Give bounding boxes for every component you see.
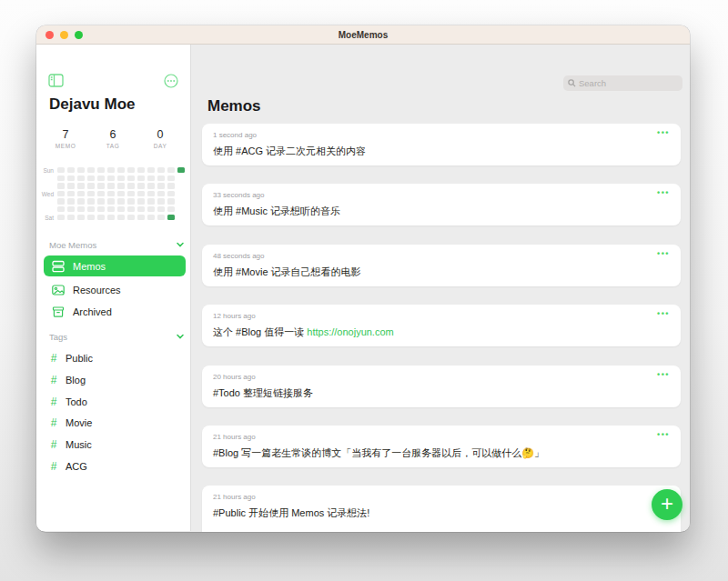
heatmap-cell (167, 175, 175, 181)
archived-icon (51, 305, 66, 319)
heatmap-cell (57, 167, 65, 173)
heatmap-cell (97, 198, 105, 204)
zoom-window-button[interactable] (75, 31, 83, 39)
memo-more-icon[interactable]: ••• (657, 430, 670, 439)
tag-label: Public (66, 353, 93, 364)
memo-text: 使用 #Music 记录想听的音乐 (213, 205, 670, 218)
memo-card[interactable]: 21 hours ago #Public 开始使用 Memos 记录想法! ••… (202, 486, 681, 532)
heatmap-cell (127, 206, 135, 212)
heatmap-cell (97, 167, 105, 173)
memo-card[interactable]: 1 second ago 使用 #ACG 记录二次元相关的内容 ••• (202, 124, 681, 165)
heatmap-cell (107, 191, 115, 196)
more-options-icon[interactable] (164, 74, 178, 92)
close-window-button[interactable] (46, 31, 54, 39)
heatmap-cell (87, 183, 95, 188)
memo-link[interactable]: https://onojyun.com (307, 326, 393, 337)
heatmap-cell (57, 191, 65, 196)
heatmap-cell (137, 183, 145, 188)
memo-more-icon[interactable]: ••• (657, 128, 670, 137)
memo-card[interactable]: 21 hours ago #Blog 写一篇老生常谈的博文「当我有了一台服务器以… (202, 426, 681, 467)
memo-more-icon[interactable]: ••• (657, 249, 670, 258)
memo-card[interactable]: 33 seconds ago 使用 #Music 记录想听的音乐 ••• (202, 184, 681, 225)
memo-card[interactable]: 12 hours ago 这个 #Blog 值得一读 https://onojy… (202, 305, 681, 346)
heatmap-cell (147, 206, 155, 212)
heatmap-cell (127, 215, 135, 220)
stat-value: 6 (93, 128, 133, 141)
heatmap-cell (97, 215, 105, 220)
window-title: MoeMemos (339, 30, 388, 40)
chevron-down-icon[interactable] (176, 332, 185, 341)
hash-icon: # (47, 416, 60, 429)
heatmap-cell (107, 183, 115, 188)
heatmap-cell (77, 191, 85, 196)
heatmap-cell (137, 206, 145, 212)
heatmap-cell (127, 191, 135, 196)
heatmap-cell (117, 215, 125, 220)
hash-icon: # (47, 352, 60, 365)
heatmap-cell (157, 215, 165, 220)
heatmap-cell (117, 167, 125, 173)
heatmap-cell (147, 167, 155, 173)
memo-text: 使用 #Movie 记录自己想看的电影 (213, 265, 670, 279)
heatmap-cell (107, 175, 115, 181)
sidebar-tag-public[interactable]: # Public (44, 349, 186, 367)
heatmap-cell (157, 191, 165, 196)
memo-text: 使用 #ACG 记录二次元相关的内容 (213, 145, 670, 158)
tag-label: Music (66, 439, 92, 450)
tag-label: ACG (66, 461, 87, 472)
search-icon (568, 79, 576, 87)
heatmap-day-label: Sun (37, 167, 54, 174)
minimize-window-button[interactable] (60, 31, 68, 39)
stat-label: MEMO (46, 143, 86, 149)
memo-text: #Public 开始使用 Memos 记录想法! (213, 506, 670, 520)
sidebar-tag-todo[interactable]: # Todo (44, 393, 186, 411)
sidebar-item-memos[interactable]: Memos (44, 255, 186, 276)
resources-icon (51, 283, 66, 297)
heatmap-cell (77, 198, 85, 204)
heatmap-cell (77, 175, 85, 181)
sidebar-item-label: Archived (73, 306, 112, 317)
search-input[interactable] (579, 78, 678, 88)
heatmap-cell (57, 183, 65, 188)
heatmap-cell (87, 198, 95, 204)
heatmap-cell (57, 215, 65, 220)
activity-heatmap: SunWedSat (36, 165, 191, 222)
sidebar-tag-acg[interactable]: # ACG (44, 457, 186, 476)
heatmap-cell (167, 191, 175, 196)
memo-more-icon[interactable]: ••• (657, 188, 670, 197)
sidebar-toggle-icon[interactable] (48, 74, 64, 91)
memo-card[interactable]: 48 seconds ago 使用 #Movie 记录自己想看的电影 ••• (202, 245, 681, 286)
memo-timestamp: 21 hours ago (213, 493, 670, 501)
heatmap-cell (157, 206, 165, 212)
heatmap-cell (157, 167, 165, 173)
heatmap-cell (67, 175, 75, 181)
tag-label: Todo (66, 396, 87, 407)
heatmap-cell (67, 215, 75, 220)
chevron-down-icon[interactable] (176, 240, 185, 249)
sidebar-item-resources[interactable]: Resources (44, 279, 186, 300)
heatmap-cell (67, 167, 75, 173)
sidebar-tag-music[interactable]: # Music (44, 436, 186, 454)
hash-icon: # (47, 396, 60, 408)
heatmap-cell (97, 206, 105, 212)
sidebar-tag-movie[interactable]: # Movie (44, 414, 186, 432)
memo-timestamp: 48 seconds ago (213, 252, 670, 260)
tags-section-header: Tags (49, 332, 67, 342)
sidebar-item-archived[interactable]: Archived (44, 301, 186, 322)
heatmap-cell (167, 215, 175, 220)
heatmap-cell (117, 183, 125, 188)
user-name: Dejavu Moe (49, 95, 135, 114)
heatmap-cell (167, 198, 175, 204)
add-memo-button[interactable]: + (652, 489, 682, 520)
tag-label: Blog (66, 375, 86, 386)
stat-item: 0 DAY (140, 128, 180, 149)
memo-card[interactable]: 20 hours ago #Todo 整理短链接服务 ••• (202, 366, 681, 407)
memo-more-icon[interactable]: ••• (657, 370, 670, 379)
memo-timestamp: 33 seconds ago (213, 191, 670, 199)
memo-more-icon[interactable]: ••• (657, 309, 670, 318)
traffic-lights (46, 31, 83, 39)
heatmap-cell (137, 167, 145, 173)
sidebar-tag-blog[interactable]: # Blog (44, 371, 186, 389)
heatmap-cell (127, 198, 135, 204)
search-box[interactable] (563, 75, 682, 91)
